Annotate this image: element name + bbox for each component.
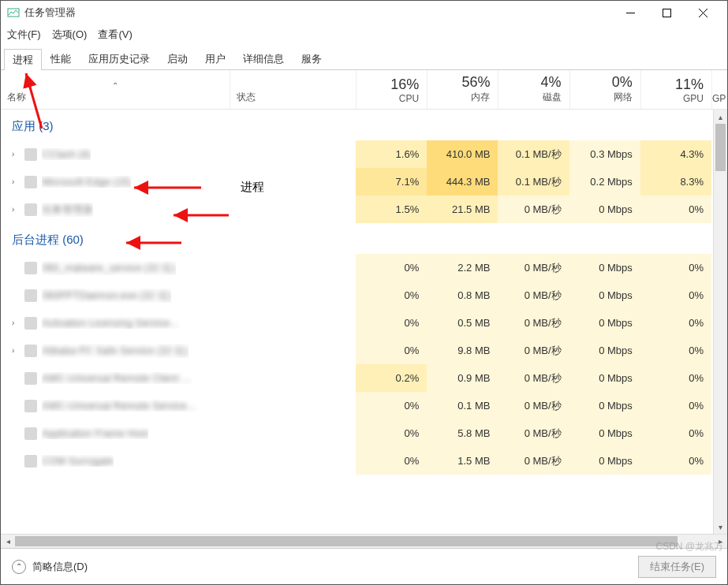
process-name-cell[interactable]: AMC-Universal Remote Service… — [1, 392, 230, 419]
tabs: 进程性能应用历史记录启动用户详细信息服务 — [1, 48, 727, 70]
net-cell: 0 Mbps — [569, 447, 640, 475]
process-name: COM Surrogate — [42, 455, 114, 467]
process-icon — [24, 148, 37, 161]
process-name-cell[interactable]: ›CClash (4) — [1, 140, 230, 168]
scroll-down-icon[interactable]: ▾ — [714, 520, 727, 534]
process-name: AMC-Universal Remote Service… — [42, 400, 197, 412]
table-row[interactable]: 360PPTDaemon.exe (32 位)0%0.8 MB0 MB/秒0 M… — [1, 281, 727, 309]
tab-3[interactable]: 启动 — [159, 48, 196, 69]
horizontal-scrollbar[interactable]: ◂ ▸ — [1, 534, 727, 548]
group-header: 后台进程 (60) — [1, 223, 727, 254]
window-title: 任务管理器 — [24, 6, 612, 20]
gpu-cell: 0% — [640, 196, 711, 223]
maximize-button[interactable] — [648, 1, 685, 24]
process-name-cell[interactable]: ›Alibaba PC Safe Service (32 位) — [1, 337, 230, 364]
col-gpu-engine[interactable]: GP — [711, 70, 727, 109]
table-row[interactable]: ›Alibaba PC Safe Service (32 位)0%9.8 MB0… — [1, 337, 727, 364]
gpu-cell: 0% — [640, 337, 711, 364]
cpu-cell: 0% — [356, 281, 427, 309]
process-icon — [24, 345, 37, 357]
tab-2[interactable]: 应用历史记录 — [80, 48, 159, 69]
cpu-cell: 0% — [356, 447, 427, 475]
net-cell: 0.3 Mbps — [569, 140, 640, 168]
status-cell — [230, 309, 356, 337]
process-name-cell[interactable]: 360_malware_service (32 位) — [1, 254, 230, 281]
hscroll-thumb[interactable] — [15, 536, 678, 546]
tab-0[interactable]: 进程 — [4, 49, 42, 70]
table-row[interactable]: ›Activation Licensing Service…0%0.5 MB0 … — [1, 309, 727, 337]
fewer-details-label[interactable]: 简略信息(D) — [32, 560, 88, 574]
expand-chevron-icon[interactable]: › — [12, 150, 20, 158]
tab-6[interactable]: 服务 — [293, 48, 330, 69]
status-cell — [230, 337, 356, 364]
mem-cell: 21.5 MB — [427, 196, 498, 223]
col-gpu[interactable]: 11%GPU — [640, 70, 711, 109]
expand-chevron-icon[interactable]: › — [12, 177, 20, 186]
fewer-details-icon[interactable]: ⌃ — [12, 560, 26, 574]
table-row[interactable]: ›任务管理器1.5%21.5 MB0 MB/秒0 Mbps0% — [1, 196, 727, 223]
vertical-scrollbar[interactable]: ▴ ▾ — [713, 110, 727, 534]
process-name-cell[interactable]: ›Activation Licensing Service… — [1, 309, 230, 337]
table-row[interactable]: Application Frame Host0%5.8 MB0 MB/秒0 Mb… — [1, 419, 727, 447]
process-name-cell[interactable]: AMC-Universal Remote Client … — [1, 364, 230, 392]
process-icon — [24, 455, 37, 468]
table-row[interactable]: AMC-Universal Remote Client …0.2%0.9 MB0… — [1, 364, 727, 392]
process-table: ⌃ 名称 状态 16%CPU 56%内存 4%磁盘 0%网络 11%GPU GP… — [1, 70, 727, 548]
cpu-cell: 0% — [356, 392, 427, 419]
table-row[interactable]: 360_malware_service (32 位)0%2.2 MB0 MB/秒… — [1, 254, 727, 281]
col-cpu[interactable]: 16%CPU — [356, 70, 427, 109]
status-cell — [230, 168, 356, 196]
col-network[interactable]: 0%网络 — [569, 70, 640, 109]
mem-cell: 0.8 MB — [427, 281, 498, 309]
gpu-cell: 0% — [640, 392, 711, 419]
scroll-up-icon[interactable]: ▴ — [714, 110, 727, 124]
mem-cell: 0.5 MB — [427, 309, 498, 337]
gpu-cell: 8.3% — [640, 168, 711, 196]
process-name-cell[interactable]: COM Surrogate — [1, 447, 230, 475]
process-name: Application Frame Host — [42, 427, 148, 439]
col-memory[interactable]: 56%内存 — [427, 70, 498, 109]
cpu-cell: 0.2% — [356, 364, 427, 392]
scroll-left-icon[interactable]: ◂ — [1, 535, 15, 549]
process-name: Microsoft Edge (15) — [42, 176, 131, 188]
menu-options[interactable]: 选项(O) — [52, 28, 88, 42]
table-row[interactable]: COM Surrogate0%1.5 MB0 MB/秒0 Mbps0% — [1, 447, 727, 475]
disk-cell: 0 MB/秒 — [498, 419, 569, 447]
process-icon — [24, 372, 37, 385]
net-cell: 0 Mbps — [569, 364, 640, 392]
col-status[interactable]: 状态 — [230, 70, 356, 109]
cpu-cell: 0% — [356, 254, 427, 281]
process-name: CClash (4) — [42, 148, 91, 160]
menu-view[interactable]: 查看(V) — [98, 28, 132, 42]
process-name-cell[interactable]: 360PPTDaemon.exe (32 位) — [1, 281, 230, 309]
gpu-cell: 0% — [640, 447, 711, 475]
disk-cell: 0 MB/秒 — [498, 309, 569, 337]
menu-file[interactable]: 文件(F) — [7, 28, 41, 42]
expand-chevron-icon[interactable]: › — [12, 346, 20, 355]
process-name: AMC-Universal Remote Client … — [42, 372, 192, 384]
scroll-thumb[interactable] — [715, 124, 726, 171]
disk-cell: 0 MB/秒 — [498, 392, 569, 419]
col-disk[interactable]: 4%磁盘 — [498, 70, 569, 109]
end-task-button[interactable]: 结束任务(E) — [638, 556, 716, 578]
tab-1[interactable]: 性能 — [42, 48, 80, 69]
minimize-button[interactable] — [612, 1, 648, 24]
table-row[interactable]: ›Microsoft Edge (15)7.1%444.3 MB0.1 MB/秒… — [1, 168, 727, 196]
process-name-cell[interactable]: Application Frame Host — [1, 419, 230, 447]
table-row[interactable]: AMC-Universal Remote Service…0%0.1 MB0 M… — [1, 392, 727, 419]
process-icon — [24, 317, 37, 330]
status-cell — [230, 254, 356, 281]
status-cell — [230, 419, 356, 447]
close-button[interactable] — [685, 1, 721, 24]
tab-4[interactable]: 用户 — [196, 48, 234, 69]
process-name: Alibaba PC Safe Service (32 位) — [42, 344, 189, 358]
process-name-cell[interactable]: ›Microsoft Edge (15) — [1, 168, 230, 196]
col-name[interactable]: ⌃ 名称 — [1, 70, 230, 109]
tab-5[interactable]: 详细信息 — [234, 48, 293, 69]
process-name-cell[interactable]: ›任务管理器 — [1, 196, 230, 223]
expand-chevron-icon[interactable]: › — [12, 319, 20, 327]
table-row[interactable]: ›CClash (4)1.6%410.0 MB0.1 MB/秒0.3 Mbps4… — [1, 140, 727, 168]
process-icon — [24, 203, 37, 216]
expand-chevron-icon[interactable]: › — [12, 205, 20, 214]
mem-cell: 5.8 MB — [427, 419, 498, 447]
